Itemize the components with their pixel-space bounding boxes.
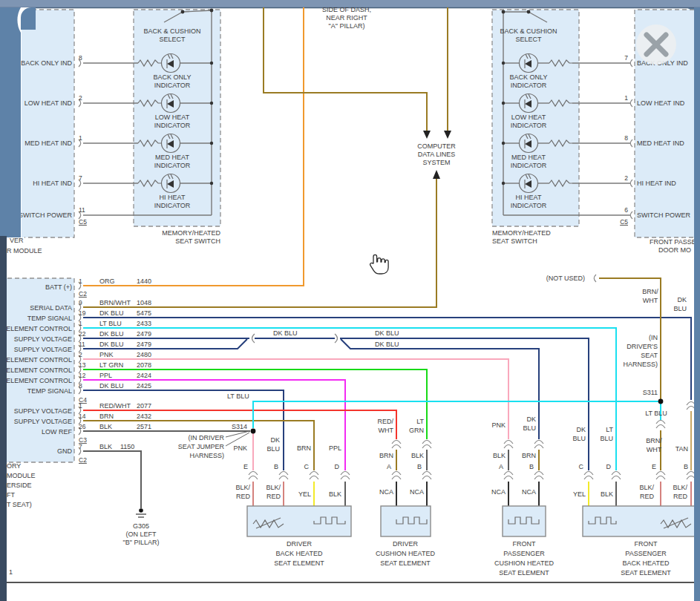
svg-text:2480: 2480	[137, 351, 151, 358]
not-used-label: (NOT USED)	[546, 275, 585, 282]
splice-s314-dot	[251, 429, 256, 434]
location-note: SIDE OF DASH,	[322, 6, 371, 13]
wire-color-label: LT	[416, 418, 424, 425]
svg-text:SEAT SWITCH: SEAT SWITCH	[175, 237, 220, 245]
wire-color-label: DK	[576, 426, 586, 433]
wire-color-label: PNK	[233, 444, 247, 452]
svg-text:2433: 2433	[137, 320, 151, 327]
svg-text:HARNESS): HARNESS)	[189, 452, 224, 459]
svg-text:LT GRN: LT GRN	[99, 361, 123, 369]
element-name: FRONT	[513, 540, 536, 548]
svg-text:SEAT JUMPER: SEAT JUMPER	[178, 443, 225, 450]
switch-function-label: BACK & CUSHION	[143, 27, 200, 35]
pin-label: GND	[57, 447, 73, 455]
svg-text:CUSHION HEATED: CUSHION HEATED	[376, 550, 435, 557]
wire-color-label: BRN	[522, 452, 536, 459]
svg-text:PNK: PNK	[99, 351, 114, 358]
svg-text:PASSENGER: PASSENGER	[625, 550, 667, 557]
wire-color-label: TAN	[676, 445, 688, 453]
pin-label: BACK ONLY IND	[21, 59, 72, 67]
svg-text:DK BLU: DK BLU	[99, 330, 124, 338]
wire-color-label: NCA	[379, 488, 393, 496]
svg-text:13: 13	[79, 361, 86, 369]
wire-color-label: BRN	[379, 452, 393, 459]
svg-text:SELECT: SELECT	[515, 36, 542, 43]
svg-text:BRN/WHT: BRN/WHT	[99, 299, 131, 306]
svg-text:11: 11	[79, 341, 85, 348]
svg-text:DK BLU: DK BLU	[99, 309, 124, 317]
wire-color-label: NCA	[491, 488, 506, 496]
connector-label: C5	[79, 218, 87, 226]
pin-label: TEMP SIGNAL	[27, 315, 72, 322]
wire-color-label: BLK/	[266, 484, 281, 491]
svg-text:1: 1	[79, 277, 82, 285]
svg-text:26: 26	[79, 423, 86, 430]
svg-text:9: 9	[79, 299, 82, 306]
svg-text:BLU: BLU	[523, 424, 536, 432]
svg-text:SEAT ELEMENT: SEAT ELEMENT	[380, 559, 431, 567]
pin-number: 8	[79, 54, 82, 62]
svg-text:SEAT ELEMENT: SEAT ELEMENT	[621, 569, 671, 577]
driver-back-element-box	[247, 506, 351, 536]
indicator-label: MED HEAT	[155, 154, 189, 161]
connector-label: C2	[79, 456, 87, 464]
svg-text:INDICATOR: INDICATOR	[511, 82, 547, 89]
svg-text:ORG: ORG	[99, 277, 115, 285]
element-name: FRONT	[635, 540, 658, 548]
element-pin: C	[304, 463, 310, 470]
splice-id: S314	[232, 423, 247, 430]
pin-label: TEMP SIGNAL	[27, 387, 72, 395]
svg-text:INDICATOR: INDICATOR	[154, 162, 191, 169]
left-dark-edge	[0, 236, 7, 601]
pin-label: SWITCH POWER	[19, 211, 72, 219]
pin-number: 11	[79, 206, 85, 214]
svg-text:5475: 5475	[137, 309, 151, 317]
pin-label: SUPPLY VOLTAGE	[14, 418, 72, 425]
svg-text:SELECT: SELECT	[159, 36, 186, 43]
wire-color-label: DK	[677, 296, 687, 303]
svg-text:BLK: BLK	[99, 423, 112, 430]
element-pin: A	[387, 463, 391, 470]
svg-text:BRN: BRN	[99, 413, 114, 420]
svg-text:DK BLU: DK BLU	[99, 382, 124, 390]
element-name: DRIVER	[393, 540, 419, 548]
wire-color-label: BLK/	[673, 484, 687, 491]
svg-text:SEAT ELEMENT: SEAT ELEMENT	[274, 559, 324, 567]
splice-note: (IN	[649, 334, 658, 341]
svg-text:2425: 2425	[137, 382, 151, 390]
svg-text:INDICATOR: INDICATOR	[511, 162, 547, 169]
indicator-label: HI HEAT	[160, 194, 186, 201]
svg-text:INDICATOR: INDICATOR	[511, 202, 547, 209]
element-pin: A	[499, 463, 503, 470]
svg-text:BLU: BLU	[673, 305, 687, 312]
svg-text:INDICATOR: INDICATOR	[154, 82, 191, 89]
indicator-label: MED HEAT	[511, 154, 546, 161]
svg-text:RED: RED	[640, 493, 655, 500]
svg-text:2479: 2479	[137, 330, 151, 338]
element-pin: B	[274, 463, 278, 470]
close-button[interactable]	[636, 24, 676, 65]
indicator-label: BACK ONLY	[510, 73, 548, 81]
module-name: OR MODULE	[1, 247, 42, 254]
pin-label: SUPPLY VOLTAGE	[14, 346, 72, 353]
element-pin: B	[529, 463, 534, 470]
wire-color-label: BLK/	[639, 484, 654, 491]
pin-number: 2	[79, 94, 82, 102]
svg-text:BACK HEATED: BACK HEATED	[623, 559, 670, 567]
pin-label: SWITCH POWER	[637, 211, 690, 219]
wiring-diagram-viewer: SIDE OF DASH, NEAR RIGHT "A" PILLAR) COM…	[0, 0, 700, 601]
wire-color-label: BLK	[493, 452, 506, 459]
svg-text:HARNESS): HARNESS)	[623, 361, 658, 368]
svg-text:INDICATOR: INDICATOR	[511, 122, 547, 129]
right-frame-band	[694, 7, 700, 601]
wire-color-label: BRN/	[642, 288, 658, 295]
svg-text:BLU: BLU	[572, 435, 586, 442]
module-name: VER	[10, 237, 24, 244]
element-pin: D	[606, 463, 612, 470]
wire-color-label: PNK	[491, 421, 506, 429]
svg-text:(ON LEFT: (ON LEFT	[125, 531, 157, 538]
svg-text:BACK HEATED: BACK HEATED	[276, 550, 323, 557]
svg-text:2571: 2571	[137, 423, 151, 430]
svg-text:"A" PILLAR): "A" PILLAR)	[329, 22, 365, 30]
pin-label: SUPPLY VOLTAGE	[14, 335, 72, 343]
